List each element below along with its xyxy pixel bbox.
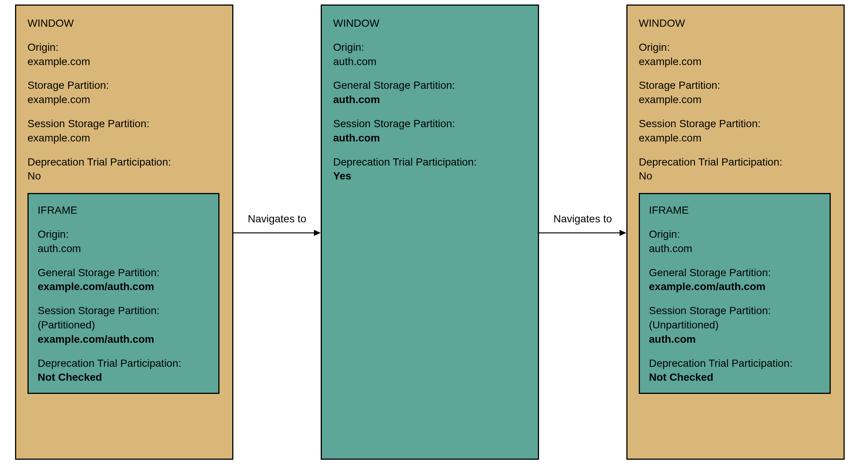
iframe-deprecation-label: Deprecation Trial Participation:	[649, 356, 821, 371]
iframe-origin-block: Origin: auth.com	[649, 227, 821, 256]
iframe-session-partition-block: Session Storage Partition: (Partitioned)…	[38, 304, 209, 346]
origin-block: Origin: example.com	[27, 40, 221, 69]
connector-2-label: Navigates to	[553, 212, 612, 226]
window-title: WINDOW	[639, 16, 832, 30]
origin-block: Origin: auth.com	[333, 40, 527, 69]
iframe-session-partition-note: (Unpartitioned)	[649, 318, 821, 332]
origin-value: auth.com	[333, 55, 527, 69]
session-partition-block: Session Storage Partition: auth.com	[333, 117, 527, 145]
storage-partition-label: Storage Partition:	[639, 78, 832, 93]
deprecation-label: Deprecation Trial Participation:	[27, 155, 221, 169]
deprecation-label: Deprecation Trial Participation:	[333, 155, 527, 169]
session-partition-label: Session Storage Partition:	[27, 117, 221, 131]
iframe-1: IFRAME Origin: auth.com General Storage …	[27, 193, 219, 394]
iframe-session-partition-value: auth.com	[649, 332, 821, 346]
session-partition-value: example.com	[27, 131, 221, 145]
diagram-canvas: WINDOW Origin: example.com Storage Parti…	[0, 0, 868, 468]
storage-partition-label: Storage Partition:	[27, 78, 221, 93]
iframe-deprecation-block: Deprecation Trial Participation: Not Che…	[649, 356, 821, 385]
deprecation-value: Yes	[333, 169, 527, 183]
window-title: WINDOW	[27, 16, 221, 30]
iframe-title: IFRAME	[649, 203, 821, 217]
general-partition-block: General Storage Partition: auth.com	[333, 78, 527, 107]
iframe-origin-label: Origin:	[649, 227, 821, 242]
iframe-deprecation-value: Not Checked	[38, 370, 209, 384]
iframe-title: IFRAME	[38, 203, 209, 217]
window-1: WINDOW Origin: example.com Storage Parti…	[15, 5, 233, 460]
storage-partition-block: Storage Partition: example.com	[27, 78, 221, 107]
iframe-deprecation-block: Deprecation Trial Participation: Not Che…	[38, 356, 209, 385]
origin-block: Origin: example.com	[639, 40, 832, 69]
iframe-deprecation-value: Not Checked	[649, 370, 821, 384]
arrow-right-icon	[539, 228, 626, 237]
iframe-general-partition-label: General Storage Partition:	[649, 266, 821, 280]
iframe-session-partition-note: (Partitioned)	[38, 318, 209, 332]
arrow-right-icon	[233, 228, 321, 237]
deprecation-label: Deprecation Trial Participation:	[639, 155, 832, 169]
connector-2: Navigates to	[539, 212, 626, 237]
storage-partition-value: example.com	[27, 93, 221, 107]
svg-marker-3	[620, 230, 626, 236]
general-partition-value: auth.com	[333, 93, 527, 107]
origin-value: example.com	[27, 55, 221, 69]
svg-marker-1	[314, 230, 321, 236]
session-partition-label: Session Storage Partition:	[333, 117, 527, 131]
iframe-origin-value: auth.com	[649, 242, 821, 256]
deprecation-block: Deprecation Trial Participation: Yes	[333, 155, 527, 184]
window-title: WINDOW	[333, 16, 527, 30]
deprecation-block: Deprecation Trial Participation: No	[27, 155, 221, 184]
window-2: WINDOW Origin: auth.com General Storage …	[321, 5, 539, 460]
session-partition-label: Session Storage Partition:	[639, 117, 832, 131]
window-3: WINDOW Origin: example.com Storage Parti…	[626, 5, 845, 460]
iframe-general-partition-block: General Storage Partition: example.com/a…	[38, 266, 209, 294]
session-partition-block: Session Storage Partition: example.com	[27, 117, 221, 145]
origin-value: example.com	[639, 55, 832, 69]
connector-1-label: Navigates to	[248, 212, 306, 226]
origin-label: Origin:	[27, 40, 221, 55]
origin-label: Origin:	[333, 40, 527, 55]
iframe-3: IFRAME Origin: auth.com General Storage …	[639, 193, 831, 394]
storage-partition-block: Storage Partition: example.com	[639, 78, 832, 107]
session-partition-value: example.com	[639, 131, 832, 145]
diagram-row: WINDOW Origin: example.com Storage Parti…	[15, 5, 853, 460]
deprecation-value: No	[639, 169, 832, 183]
origin-label: Origin:	[639, 40, 832, 55]
session-partition-value: auth.com	[333, 131, 527, 145]
storage-partition-value: example.com	[639, 93, 832, 107]
iframe-origin-label: Origin:	[38, 227, 209, 242]
iframe-session-partition-value: example.com/auth.com	[38, 332, 209, 346]
iframe-general-partition-label: General Storage Partition:	[38, 266, 209, 280]
general-partition-label: General Storage Partition:	[333, 78, 527, 93]
deprecation-value: No	[27, 169, 221, 183]
iframe-origin-value: auth.com	[38, 242, 209, 256]
iframe-general-partition-block: General Storage Partition: example.com/a…	[649, 266, 821, 294]
iframe-deprecation-label: Deprecation Trial Participation:	[38, 356, 209, 371]
session-partition-block: Session Storage Partition: example.com	[639, 117, 832, 145]
iframe-general-partition-value: example.com/auth.com	[38, 280, 209, 294]
iframe-session-partition-label: Session Storage Partition:	[38, 304, 209, 318]
connector-1: Navigates to	[233, 212, 321, 237]
iframe-general-partition-value: example.com/auth.com	[649, 280, 821, 294]
iframe-session-partition-block: Session Storage Partition: (Unpartitione…	[649, 304, 821, 346]
deprecation-block: Deprecation Trial Participation: No	[639, 155, 832, 184]
iframe-session-partition-label: Session Storage Partition:	[649, 304, 821, 318]
iframe-origin-block: Origin: auth.com	[38, 227, 209, 256]
